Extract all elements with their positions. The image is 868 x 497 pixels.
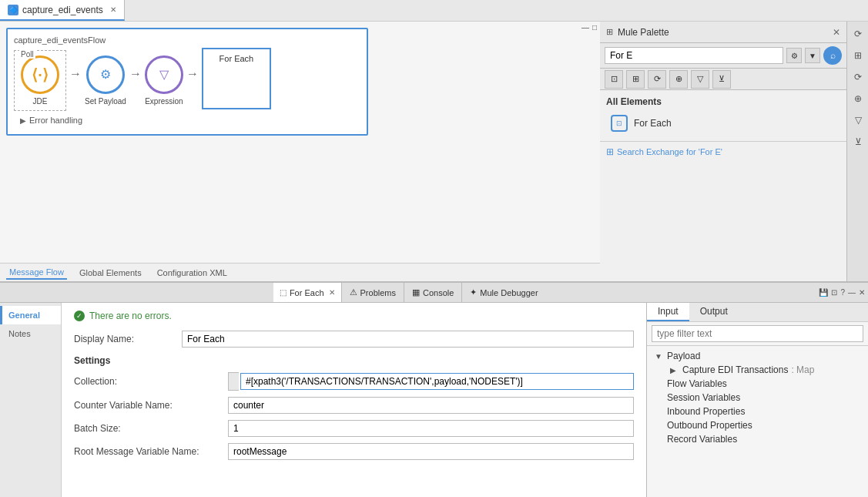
strip-icon-2[interactable]: ⊞ — [849, 46, 867, 65]
root-msg-input[interactable] — [228, 443, 634, 460]
flow-box: capture_edi_eventsFlow Poll — [6, 28, 368, 136]
error-arrow-icon: ▶ — [20, 116, 26, 125]
minimize-button[interactable]: — — [581, 23, 589, 32]
no-errors-text: There are no errors. — [89, 311, 172, 321]
for-each-tab-icon: ⬚ — [280, 288, 287, 297]
bottom-tool-icon[interactable]: ⊡ — [831, 288, 837, 297]
tree-item-payload[interactable]: ▼ Payload — [652, 349, 863, 363]
bottom-left: ⬚ For Each ✕ ⚠ Problems ▦ Console — [0, 283, 868, 497]
bottom-panel-controls: 💾 ⊡ ? — ✕ — [816, 283, 868, 302]
root-msg-label: Root Message Variable Name: — [74, 446, 228, 457]
tab-for-each[interactable]: ⬚ For Each ✕ — [273, 283, 342, 302]
counter-var-label: Counter Variable Name: — [74, 400, 228, 411]
palette-search-input[interactable] — [605, 47, 783, 64]
palette-exchange-link: ⊞ Search Exchange for 'For E' — [600, 141, 846, 162]
palette-item-foreach[interactable]: ⊡ For Each — [606, 112, 840, 135]
message-flow-tabs: Message Flow Global Elements Configurati… — [0, 263, 600, 281]
left-main: — □ capture_edi_eventsFlow — [0, 22, 868, 497]
problems-tab-label: Problems — [360, 288, 396, 297]
tree-item-session-vars[interactable]: Session Variables — [652, 391, 863, 405]
no-errors-icon: ✓ — [74, 311, 85, 321]
element-set-payload[interactable]: ⚙ Set Payload — [85, 55, 126, 106]
maximize-button[interactable]: □ — [592, 23, 597, 32]
no-errors-message: ✓ There are no errors. — [74, 311, 634, 321]
exchange-link[interactable]: Search Exchange for 'For E' — [617, 147, 722, 156]
palette-icon-4[interactable]: ⊕ — [669, 70, 688, 89]
palette-search-execute-button[interactable]: ⌕ — [823, 46, 842, 65]
tab-icon: 🔷 — [8, 5, 18, 15]
palette-icon-bar: ⊡ ⊞ ⟳ ⊕ ▽ ⊻ — [600, 69, 846, 90]
inbound-props-label: Inbound Properties — [667, 406, 745, 417]
tab-mule-debugger[interactable]: ✦ Mule Debugger — [462, 283, 545, 302]
tree-item-capture-edi[interactable]: ▶ Capture EDI Transactions : Map — [667, 363, 863, 377]
tab-global-elements[interactable]: Global Elements — [76, 267, 145, 279]
tree-item-outbound-props[interactable]: Outbound Properties — [652, 418, 863, 432]
tree-item-record-vars[interactable]: Record Variables — [652, 432, 863, 446]
element-jde[interactable]: ⟨·⟩ JDE — [21, 55, 59, 106]
collection-input[interactable] — [240, 373, 634, 390]
bottom-close-icon[interactable]: ✕ — [859, 288, 865, 297]
palette-close-button[interactable]: ✕ — [833, 27, 840, 38]
tab-message-flow[interactable]: Message Flow — [6, 266, 67, 280]
expression-icon: ▽ — [145, 55, 183, 94]
tab-close-button[interactable]: ✕ — [110, 5, 116, 14]
element-expression[interactable]: ▽ Expression — [145, 55, 183, 106]
prop-tabs-left: General Notes — [0, 303, 62, 497]
palette-section-title: All Elements — [606, 96, 840, 107]
display-name-input[interactable] — [182, 331, 634, 348]
jde-icon: ⟨·⟩ — [21, 55, 59, 94]
counter-var-input[interactable] — [228, 397, 634, 414]
input-tab[interactable]: Input — [647, 303, 689, 321]
palette-icon-5[interactable]: ▽ — [691, 70, 709, 89]
tab-console[interactable]: ▦ Console — [404, 283, 462, 302]
tab-configuration-xml[interactable]: Configuration XML — [154, 267, 230, 279]
settings-title: Settings — [74, 355, 634, 366]
strip-icon-3[interactable]: ⟳ — [849, 68, 867, 86]
batch-size-label: Batch Size: — [74, 423, 228, 434]
palette-header: ⊞ Mule Palette ✕ — [600, 22, 846, 43]
bottom-minimize-icon[interactable]: — — [848, 288, 856, 297]
session-vars-label: Session Variables — [667, 392, 740, 403]
properties-area: General Notes ✓ There are no errors. — [0, 303, 868, 497]
canvas-wrapper: — □ capture_edi_eventsFlow — [0, 22, 600, 281]
palette-icon-2[interactable]: ⊞ — [626, 70, 645, 89]
strip-icon-4[interactable]: ⊕ — [849, 89, 867, 108]
strip-icon-6[interactable]: ⊻ — [849, 133, 867, 151]
right-panel: ⊞ Mule Palette ✕ ⚙ ▼ ⌕ ⊡ — [600, 22, 846, 281]
poll-section: Poll ⟨·⟩ JDE — [14, 50, 66, 111]
palette-icon-6[interactable]: ⊻ — [712, 70, 731, 89]
collection-input-wrapper — [228, 372, 634, 391]
output-tab[interactable]: Output — [689, 303, 739, 321]
batch-size-row: Batch Size: — [74, 420, 634, 437]
problems-tab-icon: ⚠ — [350, 287, 357, 297]
right-bottom-panel: Input Output — [646, 303, 868, 497]
palette-icon-3[interactable]: ⟳ — [648, 70, 666, 89]
display-name-row: Display Name: — [74, 331, 634, 348]
properties-content: ✓ There are no errors. Display Name: — [62, 303, 646, 497]
expression-label: Expression — [145, 97, 183, 106]
collection-label: Collection: — [74, 376, 228, 387]
error-handling[interactable]: ▶ Error handling — [14, 112, 360, 128]
prop-tab-notes[interactable]: Notes — [0, 324, 61, 343]
bottom-save-icon[interactable]: 💾 — [819, 288, 828, 297]
tab-problems[interactable]: ⚠ Problems — [342, 283, 404, 302]
exchange-icon: ⊞ — [606, 146, 614, 157]
palette-icon-1[interactable]: ⊡ — [605, 70, 623, 89]
strip-icon-1[interactable]: ⟳ — [849, 25, 867, 43]
batch-size-input[interactable] — [228, 420, 634, 437]
palette-chevron-button[interactable]: ▼ — [805, 48, 820, 63]
root-msg-row: Root Message Variable Name: — [74, 443, 634, 460]
prop-tab-general[interactable]: General — [0, 306, 61, 324]
foreach-element[interactable]: For Each — [202, 48, 271, 109]
tree-item-inbound-props[interactable]: Inbound Properties — [652, 405, 863, 418]
tree-item-flow-vars[interactable]: Flow Variables — [652, 377, 863, 391]
settings-section: Settings Collection: — [74, 355, 634, 460]
for-each-tab-close[interactable]: ✕ — [329, 288, 335, 297]
filter-input[interactable] — [652, 325, 863, 342]
strip-icon-5[interactable]: ▽ — [849, 111, 867, 129]
bottom-help-icon[interactable]: ? — [840, 288, 845, 297]
arrow-2: → — [126, 67, 145, 81]
palette-settings-button[interactable]: ⚙ — [786, 48, 802, 63]
counter-var-row: Counter Variable Name: — [74, 397, 634, 414]
tab-capture-edi[interactable]: 🔷 capture_edi_events ✕ — [0, 0, 125, 21]
